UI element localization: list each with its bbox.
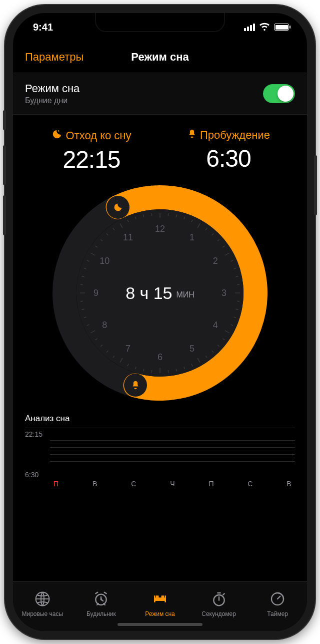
analysis-day: В bbox=[283, 480, 295, 488]
sleep-clock[interactable]: 121234567891011 8 ч 15 МИН bbox=[52, 185, 268, 401]
duration-suffix: МИН bbox=[176, 290, 194, 299]
timer-icon bbox=[270, 591, 286, 608]
alarm-clock-icon bbox=[93, 591, 109, 608]
analysis-bottom-label: 6:30 bbox=[25, 471, 38, 479]
clock-face: 121234567891011 8 ч 15 МИН bbox=[76, 209, 244, 377]
home-indicator[interactable] bbox=[118, 623, 202, 626]
times-header: z Отход ко сну 22:15 Пробуждение 6:30 bbox=[13, 115, 307, 177]
sleep-mode-row: Режим сна Будние дни bbox=[13, 73, 307, 115]
notch bbox=[95, 13, 225, 32]
sleep-mode-label: Режим сна bbox=[25, 82, 80, 95]
analysis-top-label: 22:15 bbox=[25, 430, 42, 438]
nav-bar: Параметры Режим сна bbox=[13, 41, 307, 73]
globe-icon bbox=[34, 591, 50, 608]
sleep-analysis: Анализ сна 22:15 6:30 ПВСЧПСВ bbox=[13, 406, 307, 581]
tab-alarm[interactable]: Будильник bbox=[72, 581, 131, 627]
wake-label: Пробуждение bbox=[200, 129, 270, 142]
tab-label: Будильник bbox=[86, 610, 116, 617]
duration-label: 8 ч 15 bbox=[126, 283, 172, 303]
tab-bedtime[interactable]: Режим сна bbox=[130, 581, 190, 627]
analysis-day: С bbox=[128, 480, 140, 488]
tab-label: Секундомер bbox=[202, 610, 236, 617]
tab-stopwatch[interactable]: Секундомер bbox=[190, 581, 248, 627]
wake-handle[interactable] bbox=[124, 374, 147, 397]
tab-timer[interactable]: Таймер bbox=[248, 581, 307, 627]
analysis-day: П bbox=[206, 480, 218, 488]
wifi-icon bbox=[259, 22, 270, 33]
bedtime-value: 22:15 bbox=[23, 146, 160, 173]
wake-icon bbox=[187, 129, 197, 142]
tab-label: Режим сна bbox=[145, 610, 175, 617]
analysis-day: С bbox=[244, 480, 256, 488]
bedtime-icon: z bbox=[52, 129, 62, 143]
nav-back-button[interactable]: Параметры bbox=[25, 51, 84, 64]
volume-up bbox=[3, 145, 6, 185]
analysis-day: Ч bbox=[166, 480, 178, 488]
battery-icon bbox=[274, 24, 289, 31]
tab-world-clock[interactable]: Мировые часы bbox=[13, 581, 72, 627]
sleep-mode-toggle[interactable] bbox=[263, 84, 295, 103]
stopwatch-icon bbox=[211, 591, 227, 608]
status-time: 9:41 bbox=[33, 22, 53, 33]
power-button bbox=[314, 155, 317, 215]
analysis-graph: 22:15 6:30 ПВСЧПСВ bbox=[25, 428, 295, 488]
svg-text:z: z bbox=[58, 129, 60, 132]
bedtime-label: Отход ко сну bbox=[66, 129, 131, 142]
tab-label: Таймер bbox=[267, 610, 288, 617]
analysis-title: Анализ сна bbox=[25, 414, 295, 424]
cellular-signal-icon bbox=[244, 24, 255, 31]
bedtime-handle[interactable] bbox=[106, 196, 130, 219]
tab-label: Мировые часы bbox=[22, 610, 63, 617]
volume-down bbox=[3, 195, 6, 235]
sleep-mode-sublabel: Будние дни bbox=[25, 96, 80, 105]
phone-frame: 9:41 Параметры Режим сна bbox=[5, 5, 315, 639]
bed-icon bbox=[152, 591, 168, 608]
wake-value: 6:30 bbox=[160, 145, 297, 172]
analysis-day: П bbox=[50, 480, 62, 488]
analysis-day: В bbox=[89, 480, 101, 488]
mute-switch bbox=[3, 110, 6, 130]
